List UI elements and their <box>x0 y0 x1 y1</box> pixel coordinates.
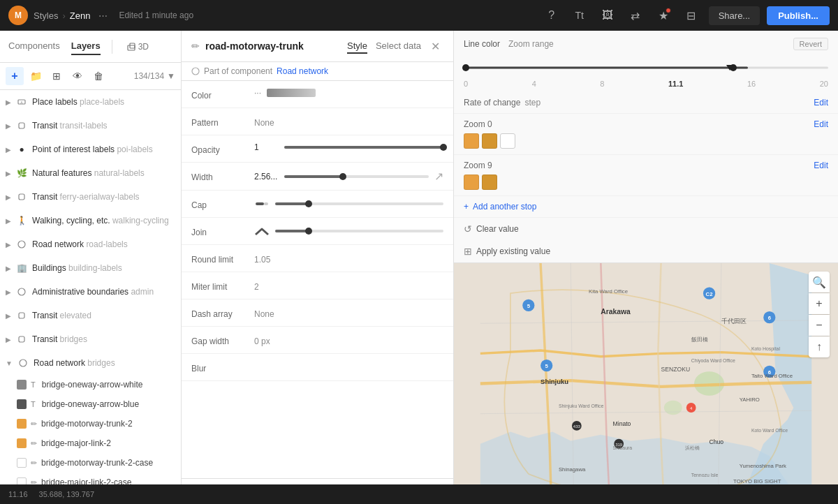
coordinates: 35.688, 139.767 <box>39 490 95 498</box>
swatch-9-2[interactable] <box>482 175 497 190</box>
export-icon[interactable]: ⇄ <box>625 5 646 26</box>
layer-item-road-bridges[interactable]: ▼ Road network bridges <box>0 351 181 375</box>
delete-button[interactable]: 🗑 <box>89 67 108 85</box>
close-panel-button[interactable]: ✕ <box>427 38 443 54</box>
image-icon[interactable]: 🖼 <box>597 5 618 26</box>
zoom9-edit-button[interactable]: Edit <box>814 161 828 170</box>
svg-text:Chuo: Chuo <box>710 438 724 445</box>
zoom-in-button[interactable]: + <box>809 293 830 314</box>
svg-point-6 <box>18 241 25 248</box>
swatch-9-1[interactable] <box>464 175 479 190</box>
sublayer-bridge-oneway-blue[interactable]: T bridge-oneway-arrow-blue <box>0 394 181 414</box>
tab-layers[interactable]: Layers <box>71 38 101 55</box>
join-row: Join <box>182 218 453 245</box>
layer-toolbar: + 📁 ⊞ 👁 🗑 134/134 ▼ <box>0 63 181 90</box>
svg-point-10 <box>20 360 27 366</box>
width-expression-icon: ↗ <box>434 170 443 183</box>
svg-text:TOKYO BIG SIGHT: TOKYO BIG SIGHT <box>733 478 781 484</box>
svg-text:Shibaura: Shibaura <box>613 445 633 450</box>
typography-icon[interactable]: Tt <box>569 5 590 26</box>
clear-value-button[interactable]: ↺ Clear value <box>454 218 838 240</box>
layer-icon-poi: ● <box>15 143 28 156</box>
zoom-range-label: Zoom range <box>508 39 554 49</box>
svg-text:Yumenoshima Park: Yumenoshima Park <box>740 463 786 469</box>
layer-count: 134/134 ▼ <box>134 71 175 81</box>
layer-item-ferry-labels[interactable]: ▶ Transit ferry-aerialway-labels <box>0 185 181 209</box>
share-button[interactable]: Share... <box>709 6 760 25</box>
rate-edit-button[interactable]: Edit <box>814 98 828 108</box>
hide-button[interactable]: 👁 <box>68 67 87 85</box>
swatch-0-2[interactable] <box>482 133 497 149</box>
svg-text:Taito Ward Office: Taito Ward Office <box>751 373 793 379</box>
zoom-out-button[interactable]: − <box>809 315 830 336</box>
layer-item-poi-labels[interactable]: ▶ ● Point of interest labels poi-labels <box>0 138 181 161</box>
folder-button[interactable]: 📁 <box>27 67 45 85</box>
swatch-0-3[interactable] <box>500 133 515 149</box>
publish-button[interactable]: Publish... <box>767 6 830 25</box>
width-slider[interactable] <box>284 175 429 178</box>
zoom0-swatches <box>464 133 828 149</box>
cap-icon-active[interactable] <box>254 198 270 210</box>
layer-item-place-labels[interactable]: ▶ A Place labels place-labels <box>0 90 181 114</box>
layer-item-transit-labels[interactable]: ▶ Transit transit-labels <box>0 114 181 138</box>
zoom0-edit-button[interactable]: Edit <box>814 119 828 129</box>
join-slider[interactable] <box>275 230 443 232</box>
compass-button[interactable]: ↑ <box>809 336 830 357</box>
svg-text:5: 5 <box>545 363 549 369</box>
layer-item-admin[interactable]: ▶ Administrative boundaries admin <box>0 280 181 304</box>
layer-item-transit-elevated[interactable]: ▶ Transit elevated <box>0 304 181 327</box>
breadcrumb-styles[interactable]: Styles <box>34 10 58 21</box>
part-of-link[interactable]: Road network <box>277 66 328 76</box>
add-stop-button[interactable]: + Add another stop <box>454 196 838 218</box>
layer-list: ▶ A Place labels place-labels ▶ Transit … <box>0 90 181 504</box>
sublayer-color <box>17 458 27 468</box>
svg-text:浜松橋: 浜松橋 <box>685 445 700 451</box>
layer-item-buildings[interactable]: ▶ 🏢 Buildings building-labels <box>0 256 181 280</box>
help-icon[interactable]: ? <box>541 5 562 26</box>
layer-icon-transit-bridges <box>15 333 28 346</box>
tab-3d[interactable]: 3D <box>126 42 149 52</box>
sublayer-bridge-major-link-2[interactable]: ✏ bridge-major-link-2 <box>0 433 181 453</box>
sublayer-bridge-motorway-trunk-2-case[interactable]: ✏ bridge-motorway-trunk-2-case <box>0 453 181 473</box>
svg-text:飯田橋: 飯田橋 <box>691 336 708 343</box>
svg-text:Chiyoda Ward Office: Chiyoda Ward Office <box>691 358 735 364</box>
more-options-button[interactable]: ⋯ <box>96 8 110 24</box>
layer-item-road-labels[interactable]: ▶ Road network road-labels <box>0 232 181 256</box>
undo-icon: ↺ <box>464 223 472 235</box>
join-icon-active[interactable] <box>254 225 270 237</box>
left-tabs: Components Layers 3D <box>0 31 181 63</box>
line-color-header: Line color Zoom range Revert <box>454 31 838 54</box>
svg-text:Shinjuku: Shinjuku <box>541 378 568 385</box>
map-controls: 🔍 + − ↑ <box>809 272 830 357</box>
layer-icon-walking: 🚶 <box>15 214 28 227</box>
cap-slider[interactable] <box>275 202 443 205</box>
swatch-0-1[interactable] <box>464 133 479 149</box>
tab-style[interactable]: Style <box>347 39 367 54</box>
tab-components[interactable]: Components <box>8 38 60 55</box>
opacity-slider[interactable] <box>284 146 443 149</box>
history-icon[interactable]: ⊟ <box>681 5 702 26</box>
notification-icon[interactable]: ★ <box>653 5 674 26</box>
zoom-handle-left[interactable] <box>462 64 469 71</box>
plus-icon: + <box>464 202 469 212</box>
tab-select-data[interactable]: Select data <box>376 39 421 54</box>
layer-item-transit-bridges[interactable]: ▶ Transit bridges <box>0 327 181 351</box>
layer-icon-transit <box>15 119 28 132</box>
svg-text:千代田区: 千代田区 <box>721 318 747 325</box>
add-layer-button[interactable]: + <box>6 67 24 85</box>
layer-item-natural-labels[interactable]: ▶ 🌿 Natural features natural-labels <box>0 161 181 185</box>
color-gradient[interactable] <box>267 89 316 97</box>
grid-button[interactable]: ⊞ <box>47 67 66 85</box>
search-map-button[interactable]: 🔍 <box>809 272 830 292</box>
sublayer-bridge-oneway-white[interactable]: T bridge-oneway-arrow-white <box>0 375 181 394</box>
revert-button[interactable]: Revert <box>793 38 828 50</box>
sublayer-color <box>17 399 27 409</box>
svg-text:Arakawa: Arakawa <box>601 308 631 316</box>
svg-text:5: 5 <box>527 303 531 309</box>
svg-text:Shinjuku Ward Office: Shinjuku Ward Office <box>559 403 604 409</box>
sublayer-color <box>17 380 27 390</box>
apply-existing-button[interactable]: ⊞ Apply existing value <box>454 240 838 262</box>
layer-item-walking[interactable]: ▶ 🚶 Walking, cycling, etc. walking-cycli… <box>0 209 181 232</box>
zoom-slider-section: 0 4 8 11.1 16 20 <box>454 54 838 92</box>
sublayer-bridge-motorway-trunk-2[interactable]: ✏ bridge-motorway-trunk-2 <box>0 414 181 433</box>
